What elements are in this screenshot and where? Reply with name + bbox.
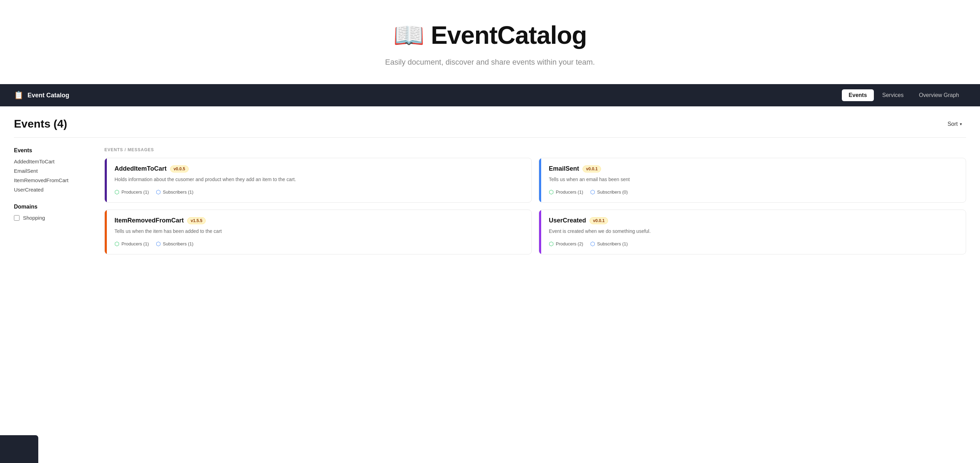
card-meta: ⬡ Producers (1) ⬡ Subscribers (1) [115, 241, 524, 247]
card-title: AddedItemToCart [115, 165, 167, 173]
subscribers-meta: ⬡ Subscribers (1) [156, 189, 194, 195]
navbar-brand[interactable]: 📋 Event Catalog [14, 91, 69, 100]
subscribers-icon: ⬡ [156, 241, 161, 247]
producers-label: Producers (1) [121, 189, 149, 195]
events-grid: EVENTS / MESSAGES AddedItemToCart v0.0.5… [104, 147, 966, 254]
hero-section: 📖 EventCatalog Easily document, discover… [0, 0, 980, 84]
nav-item-events[interactable]: Events [842, 89, 874, 101]
card-title: ItemRemovedFromCart [115, 217, 184, 224]
shopping-label: Shopping [23, 215, 45, 221]
producers-label: Producers (1) [121, 241, 149, 246]
subscribers-label: Subscribers (0) [597, 189, 628, 195]
navbar-nav: Events Services Overview Graph [842, 89, 966, 101]
producers-label: Producers (1) [556, 189, 583, 195]
event-card-item-removed-from-cart[interactable]: ItemRemovedFromCart v1.5.5 Tells us when… [104, 209, 532, 254]
sidebar-link-item-removed[interactable]: ItemRemovedFromCart [14, 177, 91, 183]
sidebar-domains-title: Domains [14, 204, 91, 210]
card-meta: ⬡ Producers (2) ⬡ Subscribers (1) [549, 241, 958, 247]
subscribers-icon: ⬡ [590, 241, 595, 247]
sidebar-domain-shopping[interactable]: Shopping [14, 215, 91, 221]
producers-meta: ⬡ Producers (1) [115, 189, 149, 195]
brand-label: Event Catalog [27, 92, 69, 99]
card-title: EmailSent [549, 165, 579, 173]
sort-label: Sort [948, 121, 958, 127]
version-badge: v1.5.5 [187, 217, 206, 224]
sidebar-domains: Domains Shopping [14, 204, 91, 221]
card-description: Event is created when we do something us… [549, 228, 958, 235]
sidebar-link-email-sent[interactable]: EmailSent [14, 168, 91, 174]
card-body: AddedItemToCart v0.0.5 Holds information… [107, 158, 531, 202]
producers-meta: ⬡ Producers (1) [115, 241, 149, 247]
card-title: UserCreated [549, 217, 586, 224]
navbar: 📋 Event Catalog Events Services Overview… [0, 84, 980, 106]
producers-label: Producers (2) [556, 241, 583, 246]
sidebar: Events AddedItemToCart EmailSent ItemRem… [14, 147, 91, 254]
producers-meta: ⬡ Producers (2) [549, 241, 583, 247]
sidebar-link-user-created[interactable]: UserCreated [14, 187, 91, 193]
subscribers-meta: ⬡ Subscribers (1) [156, 241, 194, 247]
version-badge: v0.0.1 [582, 165, 601, 173]
hero-subtitle: Easily document, discover and share even… [7, 58, 973, 67]
chevron-down-icon: ▾ [960, 122, 962, 127]
subscribers-label: Subscribers (1) [163, 241, 194, 246]
card-meta: ⬡ Producers (1) ⬡ Subscribers (1) [115, 189, 524, 195]
subscribers-label: Subscribers (1) [597, 241, 628, 246]
card-title-row: UserCreated v0.0.1 [549, 217, 958, 224]
event-card-user-created[interactable]: UserCreated v0.0.1 Event is created when… [539, 209, 966, 254]
card-description: Tells us when the item has been added to… [115, 228, 524, 235]
subscribers-label: Subscribers (1) [163, 189, 194, 195]
subscribers-meta: ⬡ Subscribers (1) [590, 241, 628, 247]
card-body: EmailSent v0.0.1 Tells us when an email … [541, 158, 966, 202]
card-meta: ⬡ Producers (1) ⬡ Subscribers (0) [549, 189, 958, 195]
hero-title: EventCatalog [431, 21, 587, 49]
card-title-row: ItemRemovedFromCart v1.5.5 [115, 217, 524, 224]
events-title: Events (4) [14, 117, 67, 130]
shopping-checkbox[interactable] [14, 215, 19, 221]
hero-logo: 📖 EventCatalog [7, 21, 973, 49]
card-title-row: EmailSent v0.0.1 [549, 165, 958, 173]
producers-meta: ⬡ Producers (1) [549, 189, 583, 195]
subscribers-icon: ⬡ [590, 189, 595, 195]
events-header: Events (4) Sort ▾ [14, 106, 966, 137]
card-body: ItemRemovedFromCart v1.5.5 Tells us when… [107, 210, 531, 254]
producers-icon: ⬡ [115, 241, 119, 247]
card-body: UserCreated v0.0.1 Event is created when… [541, 210, 966, 254]
producers-icon: ⬡ [549, 241, 554, 247]
card-description: Tells us when an email has been sent [549, 176, 958, 183]
producers-icon: ⬡ [549, 189, 554, 195]
cards-grid: AddedItemToCart v0.0.5 Holds information… [104, 158, 966, 254]
grid-label: EVENTS / MESSAGES [104, 147, 966, 152]
version-badge: v0.0.1 [590, 217, 608, 224]
sidebar-events-title: Events [14, 147, 91, 154]
subscribers-icon: ⬡ [156, 189, 161, 195]
event-card-added-item-to-cart[interactable]: AddedItemToCart v0.0.5 Holds information… [104, 158, 532, 203]
producers-icon: ⬡ [115, 189, 119, 195]
card-description: Holds information about the cusomer and … [115, 176, 524, 183]
card-title-row: AddedItemToCart v0.0.5 [115, 165, 524, 173]
sort-button[interactable]: Sort ▾ [943, 119, 966, 129]
nav-item-overview-graph[interactable]: Overview Graph [912, 89, 966, 101]
nav-item-services[interactable]: Services [875, 89, 910, 101]
sidebar-link-added-item[interactable]: AddedItemToCart [14, 159, 91, 165]
brand-icon: 📋 [14, 91, 23, 100]
event-card-email-sent[interactable]: EmailSent v0.0.1 Tells us when an email … [539, 158, 966, 203]
subscribers-meta: ⬡ Subscribers (0) [590, 189, 628, 195]
main-content: Events (4) Sort ▾ Events AddedItemToCart… [0, 106, 980, 268]
catalog-layout: Events AddedItemToCart EmailSent ItemRem… [14, 147, 966, 254]
divider [14, 137, 966, 138]
version-badge: v0.0.5 [170, 165, 189, 173]
book-icon: 📖 [393, 22, 425, 48]
